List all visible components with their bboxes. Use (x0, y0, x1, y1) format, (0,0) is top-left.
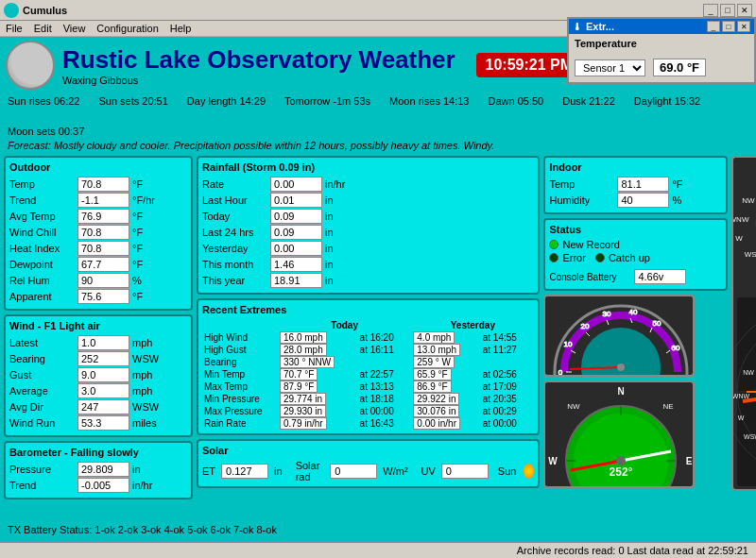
rainfall-rate-label: Rate (202, 178, 270, 190)
rainfall-this-month-label: This month (202, 259, 270, 270)
error-indicator (549, 253, 558, 262)
barometer-trend-label: Trend (9, 480, 77, 491)
sensor-select[interactable]: Sensor 1 (575, 59, 645, 76)
rainfall-this-year-unit: in (325, 275, 334, 286)
solar-et-label: ET (202, 465, 215, 477)
speedometer-container: 0 10 20 30 40 50 (543, 295, 695, 377)
day-length: Day length 14:29 (187, 95, 266, 107)
extremes-yesterday-at: at 11:27 (479, 344, 535, 356)
right-column: Indoor Temp 81.1 °F Humidity 40 % Status… (543, 156, 728, 488)
barometer-title: Barometer - Falling slowly (9, 447, 187, 458)
svg-text:NW: NW (568, 402, 581, 411)
extremes-today-val: 70.7 °F (278, 368, 356, 380)
console-battery-label: Console Battery (549, 272, 634, 282)
wind-run-unit: miles (132, 417, 157, 429)
sun-icon (524, 464, 534, 479)
svg-text:252°: 252° (610, 465, 633, 479)
close-button[interactable]: ✕ (737, 4, 752, 17)
title-bar-title: Cumulus (23, 5, 703, 16)
extremes-today-at (356, 356, 412, 368)
extremes-yesterday-val: 4.0 mph (411, 331, 478, 344)
menu-file[interactable]: File (6, 23, 23, 34)
rainfall-this-month-unit: in (325, 259, 334, 270)
solar-sun-label: Sun (498, 465, 517, 477)
rainfall-today-value: 0.09 (270, 209, 322, 224)
menu-view[interactable]: View (63, 23, 86, 34)
sun-sets: Sun sets 20:51 (98, 95, 167, 107)
rainfall-yesterday-value: 0.00 (270, 241, 322, 256)
menu-edit[interactable]: Edit (34, 23, 52, 34)
solar-title: Solar (202, 445, 534, 456)
extremes-yesterday-at: at 14:55 (479, 331, 535, 344)
wind-run-value: 53.3 (77, 415, 129, 431)
solar-row: ET 0.127 in Solar rad 0 W/m² UV 0 Sun (202, 460, 534, 482)
svg-text:40: 40 (629, 308, 638, 316)
compass-round-svg: N S E W NE NW SE SW (545, 382, 695, 488)
catchup-label: Catch up (609, 252, 650, 263)
outdoor-avg-temp-value: 76.9 (77, 209, 129, 224)
extremes-table-row: Max Temp 87.9 °F at 13:13 86.9 °F at 17:… (202, 380, 534, 393)
extremes-row-label: Max Temp (202, 380, 278, 393)
outdoor-apparent-unit: °F (132, 291, 143, 302)
svg-point-39 (616, 456, 626, 465)
extremes-row-label: Rain Rate (202, 417, 278, 430)
extremes-today-val: 28.0 mph (278, 344, 356, 356)
status-title: Status (549, 224, 722, 235)
indoor-temp-unit: °F (672, 178, 682, 190)
barometer-trend-value: -0.005 (77, 478, 129, 493)
title-bar-buttons: _ □ ✕ (703, 4, 752, 17)
extremes-yesterday-val: 29.922 in (411, 393, 478, 405)
popup-minimize-button[interactable]: _ (707, 21, 720, 32)
rainfall-last-hour-label: Last Hour (202, 194, 270, 206)
extremes-row-label: Min Temp (202, 368, 278, 380)
menu-configuration[interactable]: Configuration (96, 23, 158, 34)
wind-latest-value: 1.0 (77, 335, 129, 350)
svg-text:E: E (686, 456, 693, 466)
outdoor-rel-hum-row: Rel Hum 90 % (9, 273, 187, 288)
extremes-table-row: High Wind 16.0 mph at 16:20 4.0 mph at 1… (202, 331, 534, 344)
popup-close-button[interactable]: ✕ (737, 21, 750, 32)
outdoor-wind-chill-label: Wind Chill (9, 227, 77, 238)
popup-maximize-button[interactable]: □ (722, 21, 735, 32)
solar-uv-label: UV (421, 465, 436, 477)
minimize-button[interactable]: _ (703, 4, 718, 17)
console-battery-value: 4.66v (634, 269, 686, 284)
extremes-table-row: High Gust 28.0 mph at 16:11 13.0 mph at … (202, 344, 534, 356)
rainfall-last-hour-unit: in (325, 194, 334, 206)
outdoor-apparent-label: Apparent (9, 291, 77, 302)
outdoor-temp-row: Temp 70.8 °F (9, 177, 187, 192)
extremes-today-at: at 16:20 (356, 331, 412, 344)
svg-text:W: W (736, 234, 744, 243)
moon-icon (6, 41, 55, 90)
extremes-today-at: at 00:00 (356, 405, 412, 417)
solar-uv-value: 0 (441, 464, 489, 479)
solar-et-value: 0.127 (221, 464, 268, 479)
extremes-today-at: at 13:13 (356, 380, 412, 393)
indoor-humidity-value: 40 (617, 193, 669, 208)
daylight: Daylight 15:32 (634, 95, 700, 107)
outdoor-trend-row: Trend -1.1 °F/hr (9, 193, 187, 208)
rainfall-rate-row: Rate 0.00 in/hr (202, 177, 534, 192)
extremes-table-row: Rain Rate 0.79 in/hr at 16:43 0.00 in/hr… (202, 417, 534, 430)
tomorrow: Tomorrow -1m 53s (284, 95, 370, 107)
extremes-today-val: 29.930 in (278, 405, 356, 417)
middle-column: Rainfall (Storm 0.09 in) Rate 0.00 in/hr… (197, 156, 540, 488)
new-record-indicator (549, 240, 558, 249)
wind-panel: Wind - F1 Light air Latest 1.0 mph Beari… (4, 314, 193, 437)
svg-text:WNW: WNW (733, 393, 750, 399)
sun-rises: Sun rises 06:22 (8, 95, 79, 107)
barometer-trend-unit: in/hr (132, 480, 152, 491)
maximize-button[interactable]: □ (720, 4, 735, 17)
error-label: Error (562, 252, 585, 263)
wind-gust-value: 9.0 (77, 367, 129, 382)
rainfall-last-hour-value: 0.01 (270, 193, 322, 208)
extremes-row-label: Min Pressure (202, 393, 278, 405)
svg-text:W: W (738, 414, 745, 421)
rainfall-last24-label: Last 24 hrs (202, 227, 270, 238)
menu-help[interactable]: Help (170, 23, 192, 34)
wind-rose-svg: NNW N NNE NE ENE E ESE SE SSE S SSW SW W… (733, 158, 756, 491)
wind-average-label: Average (9, 385, 77, 397)
solar-panel: Solar ET 0.127 in Solar rad 0 W/m² UV 0 … (197, 439, 540, 488)
wind-avg-dir-row: Avg Dir 247 WSW (9, 399, 187, 414)
rainfall-yesterday-label: Yesterday (202, 243, 270, 254)
